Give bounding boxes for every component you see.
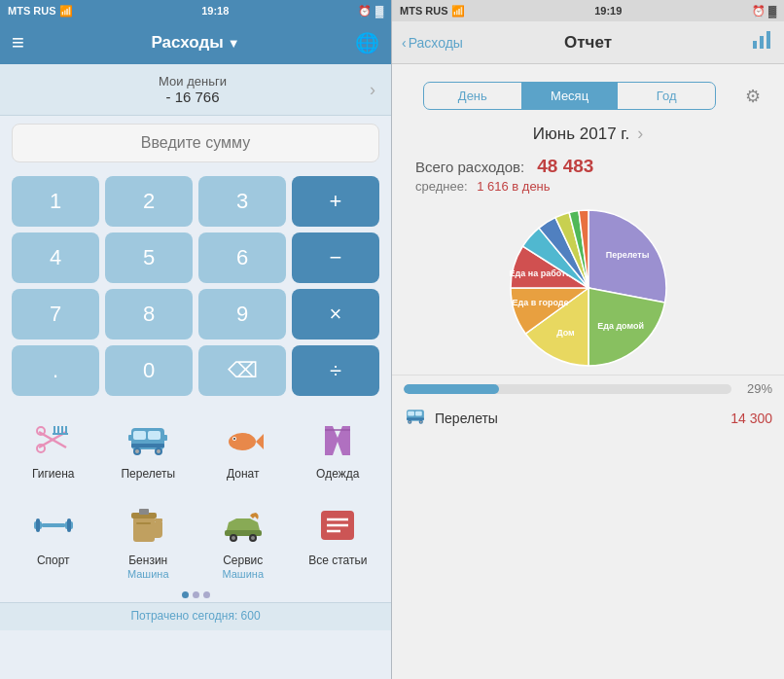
- left-dropdown-icon[interactable]: ▼: [228, 36, 240, 51]
- total-line: Всего расходов: 48 483: [415, 156, 761, 177]
- cat-flights[interactable]: Перелеты: [103, 410, 195, 484]
- money-chevron-icon: ›: [370, 80, 375, 100]
- total-section: Всего расходов: 48 483 среднее: 1 616 в …: [392, 152, 784, 197]
- right-status-right: ⏰ ▓: [752, 5, 776, 18]
- pie-chart: ПерелетыЕда домойДомЕда в городеЕда на р…: [392, 197, 784, 375]
- btn-9[interactable]: 9: [198, 289, 286, 340]
- progress-bar: [404, 384, 731, 394]
- categories-row2: Спорт Бензин Машина: [0, 488, 391, 588]
- svg-rect-54: [407, 418, 424, 420]
- btn-4[interactable]: 4: [12, 232, 99, 283]
- right-carrier: MTS RUS: [400, 5, 448, 17]
- seg-day[interactable]: День: [424, 83, 521, 109]
- list-item-left: Перелеты: [404, 404, 498, 432]
- svg-point-16: [157, 449, 160, 453]
- cat-benzin-label: Бензин: [128, 554, 167, 567]
- cat-all[interactable]: Все статьи: [293, 496, 384, 584]
- segment-control: День Месяц Год: [423, 82, 716, 110]
- right-alarm-icon: ⏰: [752, 5, 766, 18]
- left-time: 19:18: [201, 5, 229, 17]
- svg-rect-18: [163, 435, 167, 441]
- left-carrier: MTS RUS: [8, 5, 56, 17]
- list-item-amount: 14 300: [731, 411, 772, 426]
- period-text: Июнь 2017 г.: [533, 125, 629, 144]
- benzin-icon: [123, 500, 173, 551]
- report-period[interactable]: Июнь 2017 г. ›: [392, 120, 784, 152]
- btn-plus[interactable]: +: [292, 176, 379, 227]
- right-wifi-icon: 📶: [451, 5, 465, 18]
- svg-point-22: [233, 438, 235, 440]
- left-wifi-icon: 📶: [59, 5, 73, 18]
- left-alarm-icon: ⏰: [358, 5, 372, 18]
- dot-3: [203, 591, 210, 598]
- svg-rect-33: [136, 522, 151, 524]
- donat-icon: [218, 413, 268, 464]
- money-amount: - 16 766: [16, 89, 370, 105]
- btn-dot[interactable]: .: [12, 345, 99, 396]
- all-icon: [312, 500, 363, 551]
- btn-7[interactable]: 7: [12, 289, 99, 340]
- chart-icon[interactable]: [751, 29, 772, 55]
- back-button[interactable]: ‹ Расходы: [402, 35, 463, 51]
- cat-sport[interactable]: Спорт: [8, 496, 99, 584]
- cat-donat[interactable]: Донат: [197, 410, 289, 484]
- dot-1: [182, 591, 189, 598]
- seg-month[interactable]: Месяц: [521, 83, 619, 109]
- btn-multiply[interactable]: ×: [292, 289, 379, 340]
- svg-rect-12: [131, 444, 164, 447]
- cat-gigiena[interactable]: Гигиена: [8, 410, 99, 484]
- btn-minus[interactable]: −: [292, 232, 379, 283]
- list-item-icon: [404, 404, 427, 432]
- svg-rect-27: [36, 518, 40, 532]
- pie-svg: ПерелетыЕда домойДомЕда в городеЕда на р…: [491, 205, 686, 371]
- left-battery-icon: ▓: [375, 5, 383, 17]
- btn-backspace[interactable]: ⌫: [198, 345, 286, 396]
- svg-text:Перелеты: Перелеты: [605, 250, 649, 260]
- list-item[interactable]: Перелеты 14 300: [404, 400, 772, 436]
- money-label: Мои деньги: [16, 74, 370, 89]
- btn-5[interactable]: 5: [105, 232, 193, 283]
- svg-text:Дом: Дом: [556, 328, 575, 338]
- btn-3[interactable]: 3: [198, 176, 286, 227]
- svg-point-58: [420, 421, 422, 423]
- seg-year[interactable]: Год: [618, 83, 715, 109]
- left-status-left: MTS RUS 📶: [8, 5, 73, 18]
- right-nav-bar: ‹ Расходы Отчет: [392, 21, 784, 64]
- btn-6[interactable]: 6: [198, 232, 286, 283]
- svg-rect-45: [766, 31, 770, 49]
- total-amount: 48 483: [537, 156, 593, 176]
- svg-point-15: [135, 449, 139, 453]
- btn-0[interactable]: 0: [105, 345, 193, 396]
- left-nav-right-icon[interactable]: 🌐: [355, 31, 379, 54]
- spent-today-label: Потрачено сегодня: 600: [130, 609, 260, 623]
- btn-2[interactable]: 2: [105, 176, 193, 227]
- cat-benzin[interactable]: Бензин Машина: [103, 496, 195, 584]
- settings-icon[interactable]: ⚙: [737, 81, 768, 112]
- svg-rect-52: [408, 411, 414, 416]
- cat-clothes[interactable]: Одежда: [293, 410, 384, 484]
- svg-rect-10: [133, 431, 146, 440]
- cat-service-sublabel: Машина: [222, 568, 264, 580]
- list-item-label: Перелеты: [435, 411, 498, 426]
- svg-rect-44: [760, 36, 764, 49]
- page-dots: [0, 588, 391, 602]
- svg-rect-25: [42, 523, 65, 527]
- btn-1[interactable]: 1: [12, 176, 99, 227]
- cat-all-label: Все статьи: [308, 554, 367, 567]
- svg-text:Еда в городе: Еда в городе: [512, 298, 568, 307]
- money-info: Мои деньги - 16 766: [16, 74, 370, 105]
- right-battery-icon: ▓: [768, 5, 776, 17]
- period-chevron-icon: ›: [637, 124, 643, 144]
- money-section[interactable]: Мои деньги - 16 766 ›: [0, 64, 391, 116]
- gigiena-icon: [28, 413, 79, 464]
- left-title-text: Расходы: [151, 33, 223, 53]
- btn-8[interactable]: 8: [105, 289, 193, 340]
- svg-marker-20: [256, 434, 264, 449]
- left-phone: MTS RUS 📶 19:18 ⏰ ▓ ≡ Расходы ▼ 🌐 Мои де…: [0, 0, 392, 679]
- svg-point-36: [232, 536, 235, 540]
- left-menu-icon[interactable]: ≡: [12, 30, 24, 55]
- btn-divide[interactable]: ÷: [292, 345, 379, 396]
- amount-input[interactable]: [12, 124, 379, 162]
- cat-service[interactable]: Сервис Машина: [197, 496, 289, 584]
- svg-rect-34: [225, 530, 262, 536]
